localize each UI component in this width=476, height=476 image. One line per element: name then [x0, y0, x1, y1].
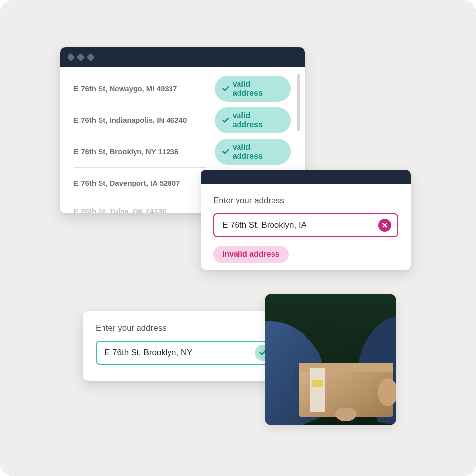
window-titlebar: [201, 170, 411, 184]
address-text: E 76th St, Tulsa, OK 74136: [74, 199, 206, 213]
valid-badge-label: valid address: [233, 111, 282, 129]
canvas: E 76th St, Newaygo, MI 49337 valid addre…: [0, 0, 476, 476]
check-icon: [222, 85, 230, 93]
delivery-photo: [265, 294, 396, 425]
address-input[interactable]: E 76th St, Brooklyn, IA: [213, 213, 398, 237]
invalid-badge-label: Invalid address: [222, 250, 280, 259]
valid-badge-label: valid address: [233, 143, 282, 161]
status-cell: valid address: [206, 107, 291, 133]
scrollbar-thumb[interactable]: [297, 74, 300, 131]
valid-badge: valid address: [215, 139, 291, 165]
address-field-label: Enter your address: [213, 196, 398, 205]
valid-entry-card: Enter your address E 76th St, Brooklyn, …: [83, 311, 290, 381]
check-icon: [222, 148, 230, 156]
invalid-entry-body: Enter your address E 76th St, Brooklyn, …: [201, 184, 411, 270]
address-row: E 76th St, Brooklyn, NY 11236 valid addr…: [74, 136, 291, 168]
address-input-value: E 76th St, Brooklyn, IA: [222, 220, 378, 230]
clear-button[interactable]: [378, 219, 391, 232]
address-input-value: E 76th St, Brooklyn, NY: [104, 348, 255, 358]
address-input[interactable]: E 76th St, Brooklyn, NY: [96, 341, 277, 365]
address-field-label: Enter your address: [96, 323, 277, 333]
address-text: E 76th St, Davenport, IA 52807: [74, 168, 206, 199]
valid-badge: valid address: [215, 76, 291, 102]
valid-badge: valid address: [215, 107, 291, 133]
address-text: E 76th St, Brooklyn, NY 11236: [74, 136, 206, 168]
window-dot-icon: [77, 53, 85, 62]
status-cell: valid address: [206, 139, 291, 165]
svg-point-6: [335, 408, 357, 421]
check-icon: [222, 116, 230, 124]
window-dot-icon: [67, 53, 75, 62]
invalid-badge: Invalid address: [213, 246, 289, 263]
window-dot-icon: [87, 53, 95, 62]
address-row: E 76th St, Newaygo, MI 49337 valid addre…: [74, 73, 291, 104]
svg-rect-4: [312, 380, 323, 387]
valid-badge-label: valid address: [233, 80, 282, 98]
close-icon: [381, 222, 388, 229]
svg-rect-3: [310, 368, 325, 412]
address-text: E 76th St, Newaygo, MI 49337: [74, 73, 206, 104]
window-titlebar: [60, 47, 305, 67]
status-cell: valid address: [206, 76, 291, 102]
address-row: E 76th St, Indianapolis, IN 46240 valid …: [74, 104, 291, 136]
invalid-entry-window: Enter your address E 76th St, Brooklyn, …: [201, 170, 411, 270]
address-text: E 76th St, Indianapolis, IN 46240: [74, 104, 206, 136]
